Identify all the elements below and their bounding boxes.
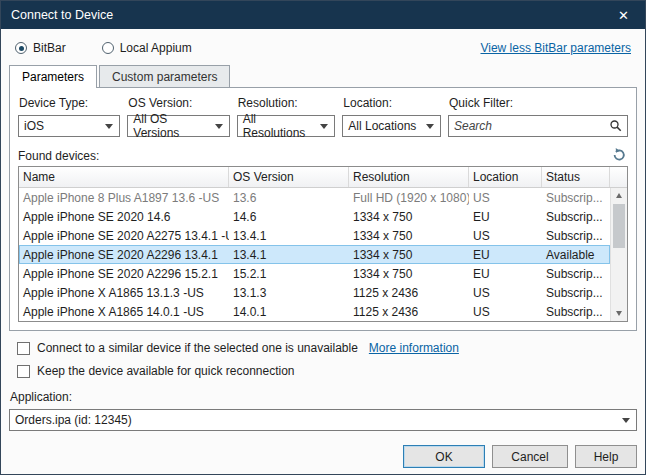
cell-resolution: Full HD (1920 x 1080) [349,191,469,205]
similar-device-checkbox[interactable] [17,342,30,355]
scrollbar-thumb[interactable] [613,204,625,248]
cell-os-version: 13.4.1 [229,229,349,243]
resolution-label: Resolution: [238,96,336,110]
keep-available-option[interactable]: Keep the device available for quick reco… [17,364,629,378]
vertical-scrollbar[interactable] [610,188,627,321]
filter-device-type: Device Type: iOS [18,96,120,137]
cell-location: US [469,286,542,300]
cell-name: Apple iPhone X A1865 13.1.3 -US [19,286,229,300]
filter-os-version: OS Version: All OS Versions [127,96,229,137]
scroll-up-button[interactable] [611,188,627,203]
cell-location: US [469,229,542,243]
parameters-panel: Device Type: iOS OS Version: All OS Vers… [9,87,637,331]
table-row[interactable]: Apple iPhone X A1865 14.0.1 -US 14.0.1 1… [19,302,610,321]
found-devices-row: Found devices: [18,147,628,163]
quick-filter-box [448,115,628,137]
scroll-up-icon [616,193,622,198]
column-header-name[interactable]: Name [19,167,229,187]
similar-device-label: Connect to a similar device if the selec… [37,341,358,355]
cell-location: US [469,191,542,205]
titlebar: Connect to Device ✕ [1,1,645,29]
chevron-down-icon [105,124,113,129]
connect-to-device-dialog: Connect to Device ✕ BitBar Local Appium … [0,0,646,475]
cell-os-version: 14.6 [229,210,349,224]
application-label: Application: [10,390,636,404]
search-icon [609,119,623,133]
radio-selected-icon [15,42,27,54]
cell-resolution: 1334 x 750 [349,229,469,243]
cell-resolution: 1125 x 2436 [349,286,469,300]
refresh-button[interactable] [610,147,628,163]
options-section: Connect to a similar device if the selec… [17,341,629,378]
cell-status: Subscrip... [542,210,610,224]
cell-location: EU [469,248,542,262]
cell-resolution: 1334 x 750 [349,267,469,281]
os-version-value: All OS Versions [133,112,214,140]
cell-status: Subscrip... [542,267,610,281]
tab-custom-parameters[interactable]: Custom parameters [99,65,230,87]
devices-table: Name OS Version Resolution Location Stat… [18,166,628,322]
radio-local-appium[interactable]: Local Appium [102,41,192,55]
filter-quick: Quick Filter: [448,96,628,137]
help-button[interactable]: Help [575,445,637,468]
filter-location: Location: All Locations [342,96,441,137]
cancel-button[interactable]: Cancel [492,445,568,468]
column-header-os-version[interactable]: OS Version [229,167,349,187]
cell-status: Subscrip... [542,286,610,300]
column-header-location[interactable]: Location [469,167,542,187]
found-devices-label: Found devices: [18,149,99,163]
keep-available-label: Keep the device available for quick reco… [37,364,295,378]
location-label: Location: [343,96,441,110]
cell-os-version: 13.6 [229,191,349,205]
application-select[interactable]: Orders.ipa (id: 12345) [9,409,637,431]
column-header-status[interactable]: Status [542,167,610,187]
footer-buttons: OK Cancel Help [9,445,637,468]
os-version-select[interactable]: All OS Versions [127,115,229,137]
provider-radio-group: BitBar Local Appium View less BitBar par… [15,41,631,55]
cell-status: Subscrip... [542,229,610,243]
table-row[interactable]: Apple iPhone 8 Plus A1897 13.6 -US 13.6 … [19,188,610,207]
cell-location: US [469,305,542,319]
cell-status: Subscrip... [542,305,610,319]
table-row-selected[interactable]: Apple iPhone SE 2020 A2296 13.4.1 13.4.1… [19,245,610,264]
table-header: Name OS Version Resolution Location Stat… [19,167,627,188]
device-type-select[interactable]: iOS [18,115,120,137]
resolution-select[interactable]: All Resolutions [237,115,336,137]
scroll-down-icon [616,311,622,316]
similar-device-option[interactable]: Connect to a similar device if the selec… [17,341,629,355]
chevron-down-icon [320,124,328,129]
ok-button[interactable]: OK [403,445,485,468]
more-information-link[interactable]: More information [369,341,459,355]
cell-location: EU [469,267,542,281]
cell-os-version: 13.1.3 [229,286,349,300]
close-icon[interactable]: ✕ [612,6,635,25]
table-row[interactable]: Apple iPhone SE 2020 14.6 14.6 1334 x 75… [19,207,610,226]
search-input[interactable] [454,119,609,133]
cell-os-version: 14.0.1 [229,305,349,319]
table-row[interactable]: Apple iPhone X A1865 13.1.3 -US 13.1.3 1… [19,283,610,302]
chevron-down-icon [622,418,630,423]
radio-local-appium-label: Local Appium [120,41,192,55]
cell-status: Available [542,248,610,262]
keep-available-checkbox[interactable] [17,365,30,378]
column-header-resolution[interactable]: Resolution [349,167,469,187]
cell-status: Subscrip... [542,191,610,205]
cell-resolution: 1125 x 2436 [349,305,469,319]
filters-row: Device Type: iOS OS Version: All OS Vers… [18,96,628,137]
tab-parameters[interactable]: Parameters [9,65,97,88]
table-rows: Apple iPhone 8 Plus A1897 13.6 -US 13.6 … [19,188,610,321]
table-row[interactable]: Apple iPhone SE 2020 A2296 15.2.1 15.2.1… [19,264,610,283]
radio-unselected-icon [102,42,114,54]
cell-resolution: 1334 x 750 [349,248,469,262]
cell-resolution: 1334 x 750 [349,210,469,224]
table-row[interactable]: Apple iPhone SE 2020 A2275 13.4.1 -US 13… [19,226,610,245]
view-bitbar-parameters-link[interactable]: View less BitBar parameters [480,41,631,55]
location-select[interactable]: All Locations [342,115,441,137]
quick-filter-label: Quick Filter: [449,96,628,110]
column-header-filler [610,167,627,187]
cell-name: Apple iPhone SE 2020 A2296 15.2.1 [19,267,229,281]
scroll-down-button[interactable] [611,306,627,321]
dialog-title: Connect to Device [11,8,113,22]
radio-bitbar[interactable]: BitBar [15,41,66,55]
application-value: Orders.ipa (id: 12345) [15,413,132,427]
